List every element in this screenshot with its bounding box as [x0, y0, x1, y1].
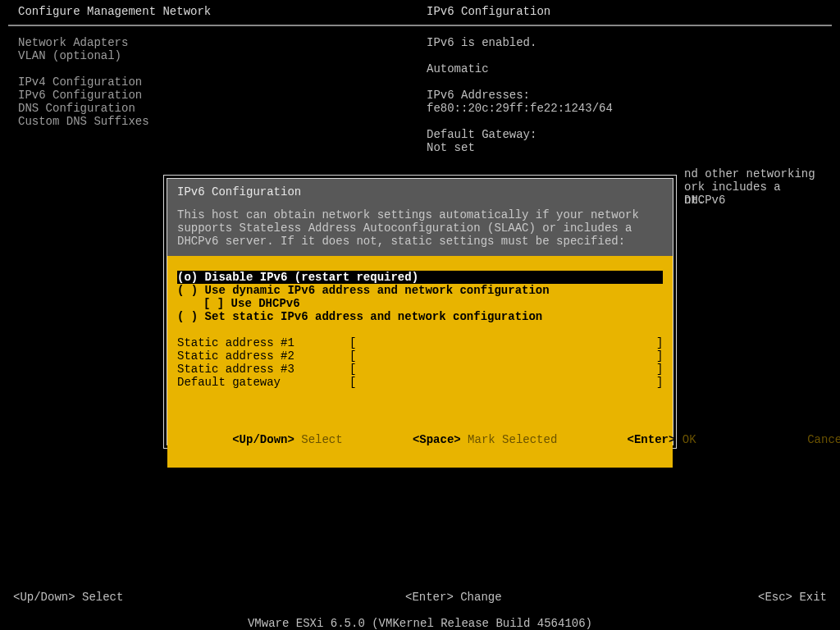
hint-esc[interactable]: <Esc> Cancel: [711, 420, 840, 459]
field-label: Default gateway: [177, 376, 349, 389]
field-default-gateway[interactable]: Default gateway [ ]: [177, 376, 663, 389]
divider: [8, 25, 832, 26]
menu-blank: [18, 62, 427, 75]
page-title-left: Configure Management Network: [18, 5, 427, 18]
dialog-footer: <Up/Down> Select <Space> Mark Selected <…: [167, 397, 673, 468]
menu-dns-suffixes[interactable]: Custom DNS Suffixes: [18, 115, 427, 128]
field-value[interactable]: [356, 349, 656, 363]
hint-space: <Space> Mark Selected: [358, 420, 558, 459]
info-addr-val: fe80::20c:29ff:fe22:1243/64: [427, 102, 820, 115]
option-disable-ipv6[interactable]: (o) Disable IPv6 (restart required): [177, 271, 663, 284]
info-addr-hdr: IPv6 Addresses:: [427, 89, 820, 102]
dialog-description: This host can obtain network settings au…: [177, 208, 663, 248]
field-label: Static address #3: [177, 363, 349, 376]
info-gw-val: Not set: [427, 141, 820, 154]
field-label: Static address #2: [177, 349, 349, 363]
hint-updown: <Up/Down> Select: [177, 420, 343, 459]
field-value[interactable]: [356, 376, 656, 389]
option-use-dhcpv6[interactable]: [ ] Use DHCPv6: [177, 297, 663, 310]
info-gw-hdr: Default Gateway:: [427, 128, 820, 141]
option-dynamic-ipv6[interactable]: ( ) Use dynamic IPv6 address and network…: [177, 284, 663, 297]
dialog-title: IPv6 Configuration: [177, 185, 663, 199]
footer-hint-updown: <Up/Down> Select: [13, 591, 405, 604]
footer-hint-enter: <Enter> Change: [405, 591, 758, 604]
field-value[interactable]: [356, 363, 656, 376]
menu-vlan[interactable]: VLAN (optional): [18, 49, 427, 62]
menu-network-adapters[interactable]: Network Adapters: [18, 36, 427, 49]
field-static-1[interactable]: Static address #1 [ ]: [177, 336, 663, 349]
menu-ipv6[interactable]: IPv6 Configuration: [18, 89, 427, 102]
field-label: Static address #1: [177, 336, 349, 349]
dialog-body: (o) Disable IPv6 (restart required) ( ) …: [167, 256, 673, 397]
menu-ipv4[interactable]: IPv4 Configuration: [18, 75, 427, 89]
main-footer: <Up/Down> Select <Enter> Change <Esc> Ex…: [8, 591, 832, 604]
page-title-right: IPv6 Configuration: [427, 5, 550, 18]
field-value[interactable]: [356, 336, 656, 349]
menu-dns[interactable]: DNS Configuration: [18, 102, 427, 115]
footer-hint-esc: <Esc> Exit: [758, 591, 827, 604]
header-row: Configure Management Network IPv6 Config…: [18, 5, 832, 18]
field-static-2[interactable]: Static address #2 [ ]: [177, 349, 663, 363]
option-static-ipv6[interactable]: ( ) Set static IPv6 address and network …: [177, 310, 663, 323]
field-static-3[interactable]: Static address #3 [ ]: [177, 363, 663, 376]
version-bar: VMware ESXi 6.5.0 (VMKernel Release Buil…: [0, 617, 840, 630]
info-enabled: IPv6 is enabled.: [427, 36, 820, 49]
hint-enter[interactable]: <Enter> OK: [572, 420, 696, 459]
dialog-header: IPv6 Configuration This host can obtain …: [167, 179, 673, 256]
info-automatic: Automatic: [427, 62, 820, 75]
ipv6-config-dialog: IPv6 Configuration This host can obtain …: [163, 175, 677, 449]
